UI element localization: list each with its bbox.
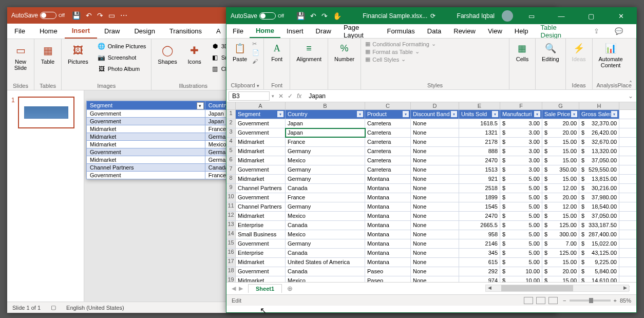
menu-draw[interactable]: Draw [97, 24, 127, 38]
table-row[interactable]: 11Channel PartnersGermanyMontanaNone1545… [226, 202, 636, 212]
row-header[interactable]: 19 [226, 276, 236, 282]
icons-button[interactable]: ✚ Icons [184, 41, 205, 67]
cell[interactable]: Midmarket [236, 212, 286, 220]
cell[interactable]: $3.00 [500, 138, 542, 146]
cell[interactable]: $18,540.00 [579, 202, 619, 211]
row-header[interactable]: 2 [226, 119, 236, 128]
row-header[interactable]: 4 [226, 138, 236, 146]
table-row[interactable]: 13EnterpriseCanadaMontanaNone2665.5$5.00… [226, 221, 636, 230]
filter-dropdown-icon[interactable]: ▾ [277, 110, 284, 118]
cell[interactable]: $15.00 [542, 147, 579, 156]
cell[interactable]: Mexico [286, 212, 365, 220]
fx-icon[interactable]: fx [297, 92, 301, 100]
cell[interactable]: $3.00 [500, 165, 542, 174]
cell[interactable]: $32,370.00 [579, 119, 619, 128]
cell[interactable]: 958 [459, 230, 500, 239]
cell[interactable]: $43,125.00 [579, 249, 619, 257]
cell[interactable]: $333,187.50 [579, 221, 619, 230]
slide-thumbnail-1[interactable]: 1 [11, 97, 80, 128]
tab-next-icon[interactable]: ▶ [239, 285, 243, 292]
cell[interactable]: Montana [365, 212, 411, 220]
cell[interactable]: Midmarket [236, 156, 286, 165]
table-row[interactable]: 18GovernmentCanadaPaseoNone292$10.00$20.… [226, 267, 636, 276]
cell[interactable]: Canada [286, 221, 365, 230]
cell[interactable]: None [411, 221, 459, 230]
cell[interactable]: 921 [459, 175, 500, 183]
table-row[interactable]: 15GovernmentGermanyMontanaNone2146$5.00$… [226, 239, 636, 249]
start-slideshow-icon[interactable]: ▭ [108, 11, 115, 20]
cell[interactable]: $13,815.00 [579, 175, 619, 183]
xl-menu-home[interactable]: Home [250, 24, 280, 38]
pictures-button[interactable]: 🖼 Pictures [65, 41, 91, 67]
cell[interactable]: Government [236, 128, 286, 137]
table-row[interactable]: 9Channel PartnersCanadaMontanaNone2518$5… [226, 184, 636, 193]
cell[interactable]: 345 [459, 249, 500, 257]
user-avatar[interactable] [502, 10, 513, 22]
cell[interactable]: Montana [365, 230, 411, 239]
cell[interactable]: France [286, 138, 365, 146]
cell[interactable]: 1618.5 [459, 119, 500, 128]
more-icon[interactable]: ⋯ [120, 11, 127, 20]
screenshot-button[interactable]: 📷Screenshot [96, 52, 148, 63]
table-row[interactable]: 6MidmarketMexicoCarreteraNone2470$3.00$1… [226, 156, 636, 165]
username[interactable]: Farshad Iqbal [457, 12, 495, 20]
cell[interactable]: Japan [286, 119, 365, 128]
cell[interactable]: None [411, 202, 459, 211]
xl-menu-formulas[interactable]: Formulas [381, 25, 421, 38]
cell[interactable]: $10.00 [500, 267, 542, 276]
cell[interactable]: $15.00 [542, 212, 579, 220]
cell[interactable]: $30,216.00 [579, 184, 619, 193]
cell[interactable]: $15.00 [542, 276, 579, 282]
cell[interactable]: None [411, 212, 459, 220]
cell[interactable]: None [411, 165, 459, 174]
cell[interactable]: $5.00 [500, 239, 542, 248]
cell[interactable]: $5.00 [500, 258, 542, 267]
cell[interactable]: Carretera [365, 156, 411, 165]
alignment-button[interactable]: ≡Alignment [294, 41, 324, 63]
menu-insert[interactable]: Insert [65, 24, 97, 39]
cell[interactable]: $15.00 [542, 258, 579, 267]
cell[interactable]: $37,050.00 [579, 156, 619, 165]
cell[interactable]: Government [236, 193, 286, 202]
xl-menu-review[interactable]: Review [447, 25, 482, 38]
table-col-header[interactable]: Units Sold▾ [459, 110, 500, 119]
cell-styles-button[interactable]: ▦Cell Styles ⌄ [365, 56, 505, 63]
row-header[interactable]: 18 [226, 267, 236, 276]
shapes-button[interactable]: ◯ Shapes [155, 41, 180, 67]
accept-edit-icon[interactable]: ✓ [288, 92, 293, 100]
cell[interactable]: None [411, 239, 459, 248]
table-col-header[interactable]: Product▾ [365, 110, 411, 119]
menu-transitions[interactable]: Transitions [162, 24, 209, 38]
format-as-table-button[interactable]: ▦Format as Table ⌄ [365, 48, 505, 55]
font-button[interactable]: AFont [268, 41, 286, 63]
cell[interactable]: $12.00 [542, 184, 579, 193]
cell[interactable]: Government [236, 267, 286, 276]
cell[interactable]: $15.00 [542, 138, 579, 146]
cell[interactable]: $20.00 [542, 193, 579, 202]
row-header[interactable]: 5 [226, 147, 236, 156]
conditional-formatting-button[interactable]: ▦Conditional Formatting ⌄ [365, 41, 505, 47]
cell[interactable]: $287,400.00 [579, 230, 619, 239]
ideas-button[interactable]: ⚡Ideas [570, 41, 588, 63]
spreadsheet-grid[interactable]: A B C D E F G H 1Segment▾Country▾Product… [226, 102, 636, 282]
cell[interactable]: Midmarket [236, 138, 286, 146]
filter-dropdown-icon[interactable]: ▾ [534, 110, 541, 118]
table-col-header[interactable]: Country▾ [286, 110, 365, 119]
cell[interactable]: $12.00 [542, 202, 579, 211]
cell[interactable]: Government [236, 239, 286, 248]
cell[interactable]: Montana [365, 221, 411, 230]
cell[interactable]: 888 [459, 147, 500, 156]
cell[interactable]: Montana [365, 249, 411, 257]
cell[interactable]: Channel Partners [236, 202, 286, 211]
paste-button[interactable]: 📋Paste [231, 41, 249, 63]
cell[interactable]: Montana [365, 258, 411, 267]
name-box[interactable]: B3 [229, 91, 270, 101]
cell[interactable]: Paseo [365, 267, 411, 276]
table-row[interactable]: 10GovernmentFranceMontanaNone1899$5.00$2… [226, 193, 636, 202]
cell[interactable]: 974 [459, 276, 500, 282]
comments-icon[interactable]: 💬 [608, 24, 630, 39]
cancel-edit-icon[interactable]: ✕ [278, 92, 283, 100]
row-header[interactable]: 15 [226, 239, 236, 248]
cell[interactable]: 1513 [459, 165, 500, 174]
photo-album-button[interactable]: 🖼Photo Album [96, 64, 148, 74]
